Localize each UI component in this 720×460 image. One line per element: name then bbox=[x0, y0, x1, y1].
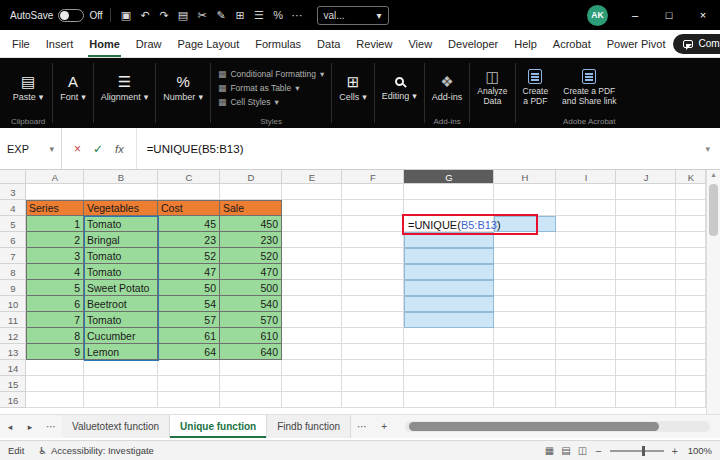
row-header-14[interactable]: 14 bbox=[0, 360, 26, 376]
cell-B16[interactable] bbox=[84, 392, 158, 408]
cell-E12[interactable] bbox=[282, 328, 342, 344]
view-normal-icon[interactable]: ▦ bbox=[545, 445, 554, 456]
menu-tab-power-pivot[interactable]: Power Pivot bbox=[599, 30, 674, 57]
cell-A8[interactable]: 4 bbox=[26, 264, 84, 280]
paste-button[interactable]: ▤ Paste▾ bbox=[13, 61, 44, 115]
insert-function-icon[interactable]: fx bbox=[115, 143, 124, 155]
cell-K10[interactable] bbox=[676, 296, 706, 312]
name-box[interactable]: EXP ▾ bbox=[0, 128, 62, 169]
view-page-layout-icon[interactable]: ▤ bbox=[561, 445, 570, 456]
row-header-6[interactable]: 6 bbox=[0, 232, 26, 248]
cell-B5[interactable]: Tomato bbox=[84, 216, 158, 232]
cell-J11[interactable] bbox=[616, 312, 676, 328]
avatar[interactable]: AK bbox=[587, 5, 608, 26]
cell-F10[interactable] bbox=[342, 296, 404, 312]
vertical-scrollbar[interactable]: ▴ bbox=[706, 170, 720, 414]
cell-A5[interactable]: 1 bbox=[26, 216, 84, 232]
cell-K3[interactable] bbox=[676, 184, 706, 200]
cell-J10[interactable] bbox=[616, 296, 676, 312]
cell-C12[interactable]: 61 bbox=[158, 328, 220, 344]
col-header-J[interactable]: J bbox=[616, 170, 676, 184]
cell-H12[interactable] bbox=[494, 328, 556, 344]
row-header-15[interactable]: 15 bbox=[0, 376, 26, 392]
cell-I9[interactable] bbox=[556, 280, 616, 296]
cell-G7[interactable] bbox=[404, 248, 494, 264]
cell-F13[interactable] bbox=[342, 344, 404, 360]
cell-D3[interactable] bbox=[220, 184, 282, 200]
cell-G9[interactable] bbox=[404, 280, 494, 296]
cell-K9[interactable] bbox=[676, 280, 706, 296]
cell-D10[interactable]: 540 bbox=[220, 296, 282, 312]
row-header-9[interactable]: 9 bbox=[0, 280, 26, 296]
menu-icon[interactable]: ☰ bbox=[251, 9, 268, 22]
cell-B9[interactable]: Sweet Potato bbox=[84, 280, 158, 296]
close-button[interactable]: × bbox=[686, 0, 720, 30]
horizontal-scrollbar[interactable] bbox=[405, 421, 710, 432]
cell-K11[interactable] bbox=[676, 312, 706, 328]
cell-A14[interactable] bbox=[26, 360, 84, 376]
zoom-level[interactable]: 100% bbox=[686, 445, 712, 456]
cell-I11[interactable] bbox=[556, 312, 616, 328]
cell-G14[interactable] bbox=[404, 360, 494, 376]
menu-tab-formulas[interactable]: Formulas bbox=[247, 30, 309, 57]
number-button[interactable]: % Number▾ bbox=[163, 61, 203, 115]
cell-C13[interactable]: 64 bbox=[158, 344, 220, 360]
cell-C3[interactable] bbox=[158, 184, 220, 200]
cell-E16[interactable] bbox=[282, 392, 342, 408]
cell-I5[interactable] bbox=[556, 216, 616, 232]
cell-F12[interactable] bbox=[342, 328, 404, 344]
autosave-toggle[interactable]: AutoSave Off bbox=[10, 9, 103, 22]
sheet-tab-unique-function[interactable]: Unique function bbox=[170, 415, 267, 438]
next-sheet-icon[interactable]: ▸ bbox=[20, 415, 40, 438]
menu-tab-developer[interactable]: Developer bbox=[440, 30, 506, 57]
cell-D15[interactable] bbox=[220, 376, 282, 392]
cells-button[interactable]: ⊞ Cells▾ bbox=[339, 61, 367, 115]
menu-tab-help[interactable]: Help bbox=[506, 30, 545, 57]
cell-G12[interactable] bbox=[404, 328, 494, 344]
cell-G6[interactable] bbox=[404, 232, 494, 248]
cell-K12[interactable] bbox=[676, 328, 706, 344]
cell-B11[interactable]: Tomato bbox=[84, 312, 158, 328]
menu-tab-insert[interactable]: Insert bbox=[38, 30, 82, 57]
cell-F3[interactable] bbox=[342, 184, 404, 200]
col-header-B[interactable]: B bbox=[84, 170, 158, 184]
cell-G13[interactable] bbox=[404, 344, 494, 360]
cell-J7[interactable] bbox=[616, 248, 676, 264]
sheet-list-icon[interactable]: ⋯ bbox=[40, 415, 62, 438]
search-box[interactable]: val... ▾ bbox=[317, 6, 389, 25]
cell-I7[interactable] bbox=[556, 248, 616, 264]
font-button[interactable]: A Font▾ bbox=[60, 61, 86, 115]
cell-I8[interactable] bbox=[556, 264, 616, 280]
cell-I15[interactable] bbox=[556, 376, 616, 392]
cell-I16[interactable] bbox=[556, 392, 616, 408]
zoom-slider[interactable] bbox=[610, 450, 664, 452]
minimize-button[interactable]: – bbox=[618, 0, 652, 30]
cell-J8[interactable] bbox=[616, 264, 676, 280]
cell-I10[interactable] bbox=[556, 296, 616, 312]
cell-E7[interactable] bbox=[282, 248, 342, 264]
cell-G11[interactable] bbox=[404, 312, 494, 328]
menu-tab-file[interactable]: File bbox=[4, 30, 38, 57]
cell-D4[interactable]: Sale bbox=[220, 200, 282, 216]
cell-D16[interactable] bbox=[220, 392, 282, 408]
addins-button[interactable]: ❖ Add-ins bbox=[432, 61, 463, 115]
col-header-H[interactable]: H bbox=[494, 170, 556, 184]
col-header-I[interactable]: I bbox=[556, 170, 616, 184]
formula-input[interactable]: =UNIQUE(B5:B13) bbox=[137, 143, 696, 155]
cell-I4[interactable] bbox=[556, 200, 616, 216]
cell-J15[interactable] bbox=[616, 376, 676, 392]
row-header-10[interactable]: 10 bbox=[0, 296, 26, 312]
cell-C7[interactable]: 52 bbox=[158, 248, 220, 264]
cell-J14[interactable] bbox=[616, 360, 676, 376]
undo-icon[interactable]: ↶ bbox=[137, 9, 154, 22]
cell-K7[interactable] bbox=[676, 248, 706, 264]
cell-E15[interactable] bbox=[282, 376, 342, 392]
row-header-13[interactable]: 13 bbox=[0, 344, 26, 360]
cell-H14[interactable] bbox=[494, 360, 556, 376]
col-header-A[interactable]: A bbox=[26, 170, 84, 184]
cell-A7[interactable]: 3 bbox=[26, 248, 84, 264]
cell-C15[interactable] bbox=[158, 376, 220, 392]
cell-E4[interactable] bbox=[282, 200, 342, 216]
cell-B10[interactable]: Beetroot bbox=[84, 296, 158, 312]
col-header-G[interactable]: G bbox=[404, 170, 494, 184]
